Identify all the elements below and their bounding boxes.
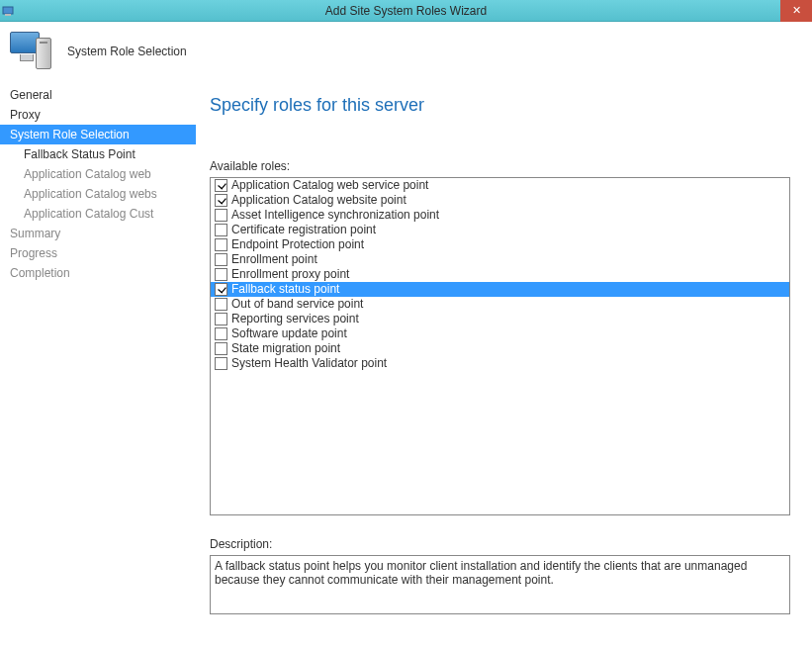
wizard-step[interactable]: Summary: [0, 224, 196, 243]
role-checkbox[interactable]: [215, 268, 227, 281]
main-panel: Specify roles for this server Available …: [196, 81, 812, 650]
wizard-step-label: Progress: [10, 246, 57, 260]
role-row[interactable]: Out of band service point: [211, 297, 789, 312]
role-row[interactable]: Asset Intelligence synchronization point: [211, 208, 789, 223]
role-checkbox[interactable]: [215, 194, 227, 207]
wizard-header-title: System Role Selection: [67, 45, 187, 58]
role-row[interactable]: Certificate registration point: [211, 223, 789, 237]
role-row[interactable]: State migration point: [211, 341, 789, 356]
wizard-step[interactable]: Application Catalog web: [0, 164, 196, 184]
page-heading: Specify roles for this server: [210, 95, 790, 116]
wizard-step[interactable]: Proxy: [0, 105, 196, 125]
wizard-step[interactable]: General: [0, 85, 196, 105]
role-checkbox[interactable]: [215, 342, 227, 355]
description-text: A fallback status point helps you monito…: [215, 559, 747, 587]
window-title: Add Site System Roles Wizard: [325, 4, 487, 18]
role-label: State migration point: [231, 341, 340, 356]
role-checkbox[interactable]: [215, 298, 227, 311]
role-label: Application Catalog website point: [231, 193, 406, 208]
role-checkbox[interactable]: [215, 313, 227, 325]
svg-rect-0: [3, 7, 13, 14]
role-label: Endpoint Protection point: [231, 237, 364, 252]
role-label: Enrollment proxy point: [231, 267, 349, 282]
wizard-step-label: Completion: [10, 266, 70, 280]
role-label: System Health Validator point: [231, 356, 387, 371]
wizard-step[interactable]: Application Catalog Cust: [0, 204, 196, 224]
role-checkbox[interactable]: [215, 327, 227, 340]
role-checkbox[interactable]: [215, 253, 227, 266]
wizard-step[interactable]: Progress: [0, 243, 196, 263]
role-row[interactable]: Enrollment proxy point: [211, 267, 789, 282]
role-row[interactable]: Application Catalog website point: [211, 193, 789, 208]
wizard-step-label: Application Catalog Cust: [24, 207, 153, 221]
wizard-step-label: Summary: [10, 227, 60, 240]
wizard-step-label: Application Catalog webs: [24, 187, 157, 201]
available-roles-label: Available roles:: [210, 159, 790, 173]
description-textbox: A fallback status point helps you monito…: [210, 555, 790, 614]
wizard-step-label: Fallback Status Point: [24, 147, 135, 161]
wizard-steps-sidebar: GeneralProxySystem Role SelectionFallbac…: [0, 81, 196, 650]
wizard-step[interactable]: Application Catalog webs: [0, 184, 196, 204]
available-roles-listbox[interactable]: Application Catalog web service pointApp…: [210, 177, 790, 515]
role-checkbox[interactable]: [215, 283, 227, 296]
svg-rect-1: [5, 14, 11, 16]
role-checkbox[interactable]: [215, 224, 227, 236]
role-row[interactable]: Enrollment point: [211, 252, 789, 267]
role-label: Enrollment point: [231, 252, 317, 267]
role-checkbox[interactable]: [215, 238, 227, 251]
wizard-step[interactable]: Fallback Status Point: [0, 144, 196, 164]
wizard-step[interactable]: Completion: [0, 263, 196, 283]
role-label: Reporting services point: [231, 312, 359, 326]
description-label: Description:: [210, 537, 790, 551]
role-label: Certificate registration point: [231, 223, 376, 237]
role-checkbox[interactable]: [215, 357, 227, 370]
role-row[interactable]: Endpoint Protection point: [211, 237, 789, 252]
role-label: Asset Intelligence synchronization point: [231, 208, 439, 223]
role-row[interactable]: Reporting services point: [211, 312, 789, 326]
role-row[interactable]: Fallback status point: [211, 282, 789, 297]
wizard-step-label: System Role Selection: [10, 128, 130, 141]
wizard-step-label: Application Catalog web: [24, 167, 151, 181]
role-label: Application Catalog web service point: [231, 178, 428, 193]
role-row[interactable]: System Health Validator point: [211, 356, 789, 371]
role-row[interactable]: Software update point: [211, 326, 789, 341]
wizard-header: System Role Selection: [0, 22, 812, 81]
role-row[interactable]: Application Catalog web service point: [211, 178, 789, 193]
server-role-icon: [10, 30, 57, 73]
role-checkbox[interactable]: [215, 209, 227, 222]
close-icon: ✕: [792, 4, 801, 16]
role-label: Fallback status point: [231, 282, 339, 297]
role-checkbox[interactable]: [215, 179, 227, 192]
wizard-step-label: General: [10, 88, 52, 102]
close-button[interactable]: ✕: [780, 0, 812, 22]
role-label: Out of band service point: [231, 297, 363, 312]
window-system-icon: [2, 3, 16, 17]
wizard-step-label: Proxy: [10, 108, 41, 122]
wizard-step[interactable]: System Role Selection: [0, 125, 196, 144]
title-bar: Add Site System Roles Wizard ✕: [0, 0, 812, 22]
role-label: Software update point: [231, 326, 347, 341]
